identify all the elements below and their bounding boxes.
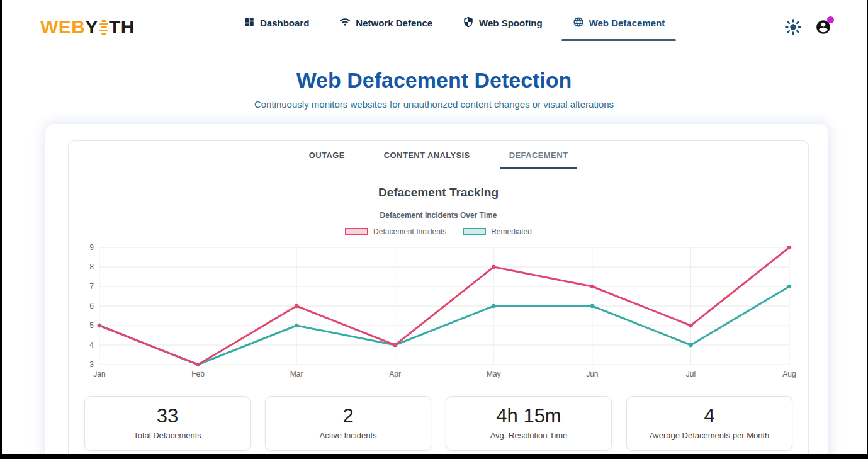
svg-text:Jun: Jun <box>586 370 598 378</box>
line-chart: 3456789JanFebMarAprMayJunJulAug <box>77 241 801 386</box>
legend-item-defacement-incidents[interactable]: Defacement Incidents <box>345 227 446 236</box>
stat-card-average-defacements: 4 Average Defacements per Month <box>626 396 792 451</box>
theme-toggle-button[interactable] <box>785 19 801 35</box>
legend-label: Remediated <box>491 227 532 236</box>
stats-row: 33 Total Defacements 2 Active Incidents … <box>69 396 808 451</box>
svg-text:6: 6 <box>89 302 94 310</box>
legend-label: Defacement Incidents <box>373 227 446 236</box>
svg-text:Mar: Mar <box>290 370 303 378</box>
nav-item-label: Web Spoofing <box>479 18 543 28</box>
header-actions <box>785 19 831 35</box>
nav-item-web-spoofing[interactable]: Web Spoofing <box>460 16 545 30</box>
wifi-icon <box>339 16 351 30</box>
app-window: WEBYTH Dashboard Network Defence Web Spo… <box>0 0 868 459</box>
logo-text-y: Y <box>86 16 99 38</box>
svg-text:3: 3 <box>89 360 94 369</box>
chart-legend: Defacement Incidents Remediated <box>69 227 808 236</box>
logo-text-web: WEB <box>40 16 86 38</box>
nav-item-dashboard[interactable]: Dashboard <box>241 16 312 30</box>
user-avatar-icon <box>815 26 831 37</box>
shield-icon <box>463 16 474 30</box>
svg-text:7: 7 <box>89 282 94 291</box>
stat-card-total-defacements: 33 Total Defacements <box>84 396 251 451</box>
nav-item-label: Web Defacement <box>589 18 665 28</box>
tab-content-analysis[interactable]: CONTENT ANALYSIS <box>375 141 479 169</box>
content-card: OUTAGE CONTENT ANALYSIS DEFACEMENT Defac… <box>45 124 828 459</box>
left-edge-bar <box>0 0 2 459</box>
svg-text:Jan: Jan <box>93 370 105 378</box>
notification-badge <box>827 16 834 23</box>
main-nav: Dashboard Network Defence Web Spoofing W… <box>241 0 667 45</box>
chart-subtitle: Defacement Incidents Over Time <box>69 211 808 220</box>
page-title: Web Defacement Detection <box>0 68 868 93</box>
panel-tabs: OUTAGE CONTENT ANALYSIS DEFACEMENT <box>69 141 808 169</box>
svg-text:May: May <box>486 370 500 378</box>
tab-outage[interactable]: OUTAGE <box>300 141 354 169</box>
sun-icon <box>785 26 801 37</box>
stat-value: 33 <box>90 405 245 428</box>
chart-title: Defacement Tracking <box>69 186 808 200</box>
svg-text:Feb: Feb <box>191 370 205 378</box>
webyith-logo[interactable]: WEBYTH <box>40 16 135 38</box>
legend-swatch-teal <box>463 228 486 235</box>
nav-item-label: Network Defence <box>356 18 432 28</box>
svg-text:8: 8 <box>89 263 94 271</box>
user-menu-button[interactable] <box>815 19 831 35</box>
tab-defacement[interactable]: DEFACEMENT <box>500 141 577 169</box>
svg-text:4: 4 <box>89 341 94 349</box>
dashboard-grid-icon <box>244 16 255 30</box>
stat-label: Avg. Resolution Time <box>451 431 606 440</box>
legend-item-remediated[interactable]: Remediated <box>463 227 532 236</box>
stat-value: 4 <box>632 405 787 428</box>
top-navbar: WEBYTH Dashboard Network Defence Web Spo… <box>0 0 868 50</box>
stat-value: 2 <box>271 405 426 428</box>
page-hero: Web Defacement Detection Continuously mo… <box>0 68 868 110</box>
detection-panel: OUTAGE CONTENT ANALYSIS DEFACEMENT Defac… <box>68 140 809 459</box>
stat-value: 4h 15m <box>451 405 606 428</box>
legend-swatch-pink <box>345 228 368 235</box>
stat-label: Active Incidents <box>271 431 426 440</box>
nav-item-label: Dashboard <box>260 18 309 28</box>
stat-card-active-incidents: 2 Active Incidents <box>265 396 431 451</box>
stat-label: Average Defacements per Month <box>632 431 787 440</box>
svg-text:Apr: Apr <box>389 370 401 378</box>
nav-item-network-defence[interactable]: Network Defence <box>337 16 435 30</box>
nav-item-web-defacement[interactable]: Web Defacement <box>570 16 668 30</box>
page-subtitle: Continuously monitors websites for unaut… <box>0 99 868 110</box>
logo-stripes-icon <box>99 20 108 35</box>
svg-text:Aug: Aug <box>782 370 796 378</box>
logo-text-th: TH <box>109 16 135 38</box>
chart-area: 3456789JanFebMarAprMayJunJulAug <box>69 241 808 386</box>
stat-label: Total Defacements <box>90 431 245 440</box>
globe-icon <box>573 16 584 30</box>
svg-text:Jul: Jul <box>685 370 695 378</box>
bottom-edge-bar <box>0 454 868 459</box>
svg-text:5: 5 <box>89 321 94 330</box>
stat-card-avg-resolution-time: 4h 15m Avg. Resolution Time <box>446 396 612 451</box>
svg-text:9: 9 <box>89 243 94 252</box>
